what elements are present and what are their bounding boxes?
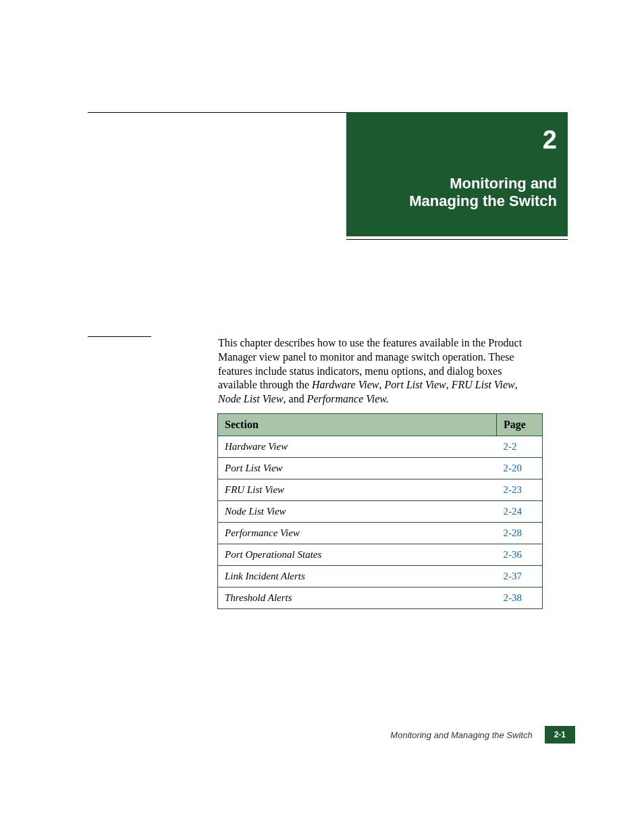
chapter-title-line1: Monitoring and bbox=[450, 175, 557, 192]
section-page-table: Section Page Hardware View 2-2 Port List… bbox=[217, 413, 543, 609]
chapter-title-line2: Managing the Switch bbox=[409, 192, 557, 209]
intro-paragraph: This chapter describes how to use the fe… bbox=[218, 336, 542, 407]
footer-section-title: Monitoring and Managing the Switch bbox=[390, 730, 532, 740]
table-row: Hardware View 2-2 bbox=[218, 436, 543, 458]
header-page: Page bbox=[497, 414, 543, 436]
chapter-number: 2 bbox=[357, 126, 557, 155]
fru-list-view-ref: FRU List View bbox=[452, 379, 515, 390]
section-cell: FRU List View bbox=[218, 479, 497, 501]
table-row: Port List View 2-20 bbox=[218, 458, 543, 479]
section-cell: Port List View bbox=[218, 458, 497, 479]
section-cell: Hardware View bbox=[218, 436, 497, 458]
hardware-view-ref: Hardware View bbox=[312, 379, 379, 390]
left-body-rule bbox=[88, 336, 151, 337]
page-link[interactable]: 2-28 bbox=[497, 523, 543, 544]
table-row: Performance View 2-28 bbox=[218, 523, 543, 544]
table-header-row: Section Page bbox=[218, 414, 543, 436]
header-section: Section bbox=[218, 414, 497, 436]
page-link[interactable]: 2-36 bbox=[497, 544, 543, 566]
page-link[interactable]: 2-37 bbox=[497, 566, 543, 588]
performance-view-ref: Performance View. bbox=[307, 393, 389, 405]
section-cell: Link Incident Alerts bbox=[218, 566, 497, 588]
page-link[interactable]: 2-24 bbox=[497, 501, 543, 523]
table-row: Link Incident Alerts 2-37 bbox=[218, 566, 543, 588]
page-link[interactable]: 2-20 bbox=[497, 458, 543, 479]
footer-page-number: 2-1 bbox=[545, 726, 575, 744]
chapter-title: Monitoring and Managing the Switch bbox=[357, 175, 557, 211]
section-cell: Node List View bbox=[218, 501, 497, 523]
port-list-view-ref: Port List View bbox=[384, 379, 446, 390]
table-row: Node List View 2-24 bbox=[218, 501, 543, 523]
section-cell: Threshold Alerts bbox=[218, 588, 497, 609]
table-row: Threshold Alerts 2-38 bbox=[218, 588, 543, 609]
sep2: , bbox=[446, 379, 452, 390]
page-link[interactable]: 2-38 bbox=[497, 588, 543, 609]
page-footer: Monitoring and Managing the Switch 2-1 bbox=[0, 726, 644, 744]
page-link[interactable]: 2-2 bbox=[497, 436, 543, 458]
table-row: Port Operational States 2-36 bbox=[218, 544, 543, 566]
sep3: , bbox=[515, 379, 518, 390]
chapter-header-banner: 2 Monitoring and Managing the Switch bbox=[346, 112, 568, 236]
node-list-view-ref: Node List View bbox=[218, 393, 284, 405]
under-header-rule bbox=[346, 239, 568, 240]
page-link[interactable]: 2-23 bbox=[497, 479, 543, 501]
table-row: FRU List View 2-23 bbox=[218, 479, 543, 501]
sep4: , and bbox=[284, 393, 307, 405]
section-cell: Performance View bbox=[218, 523, 497, 544]
section-cell: Port Operational States bbox=[218, 544, 497, 566]
